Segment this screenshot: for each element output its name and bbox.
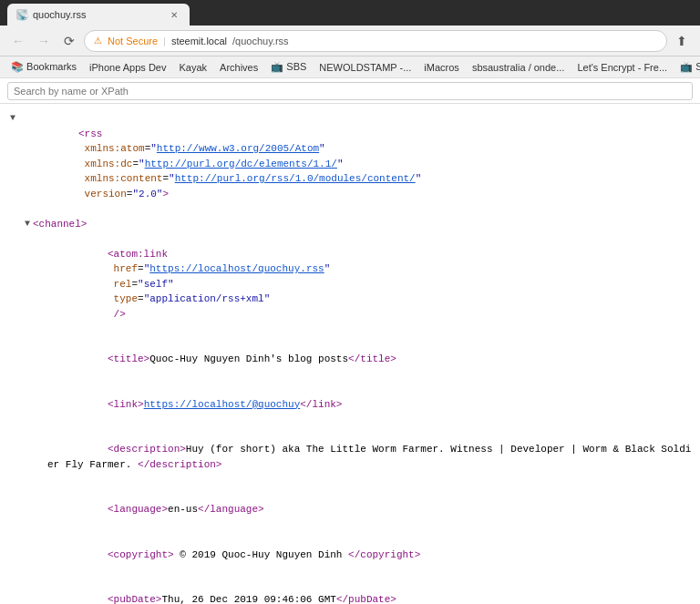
channel-expander[interactable]: ▼ — [22, 217, 33, 230]
share-button[interactable]: ⬆ — [671, 30, 693, 52]
archives-label: Archives — [220, 62, 258, 73]
xmlns-dc-link[interactable]: http://purl.org/dc/elements/1.1/ — [145, 159, 337, 169]
bookmark-sbs[interactable]: 📺 SBS — [265, 58, 312, 77]
content-area[interactable]: ▼ <rss xmlns:atom="http://www.w3.org/200… — [0, 104, 700, 604]
root-expander[interactable]: ▼ — [7, 111, 18, 125]
title-expander — [36, 337, 47, 351]
nav-bar: ← → ⟳ ⚠ Not Secure | steemit.local /quoc… — [0, 26, 700, 56]
bookmark-archives[interactable]: Archives — [214, 58, 263, 77]
search-bar — [0, 78, 700, 104]
bookmark-sbsaustralia[interactable]: sbsaustralia / onde... — [467, 58, 571, 77]
back-button[interactable]: ← — [7, 30, 29, 52]
tab-title: quochuy.rss — [33, 9, 87, 20]
bookmark-bookmarks[interactable]: 📚 Bookmarks — [5, 58, 82, 77]
xmlns-atom-link[interactable]: http://www.w3.org/2005/Atom — [157, 143, 319, 154]
xml-root-line: ▼ <rss xmlns:atom="http://www.w3.org/200… — [7, 111, 693, 217]
letsencrypt-label: Let's Encrypt - Fre... — [577, 62, 667, 73]
description-line: <description>Huy (for short) aka The Lit… — [7, 427, 693, 487]
url-separator: | — [163, 36, 166, 46]
pubdate-line: <pubDate>Thu, 26 Dec 2019 09:46:06 GMT</… — [7, 578, 693, 605]
security-icon: ⚠ — [94, 36, 102, 46]
search-input[interactable] — [7, 82, 693, 100]
reload-button[interactable]: ⟳ — [58, 30, 80, 52]
channel-line: ▼ <channel> — [7, 217, 693, 232]
security-label: Not Secure — [108, 36, 158, 46]
description-expander — [36, 427, 47, 441]
browser-tab[interactable]: 📡 quochuy.rss ✕ — [7, 4, 190, 26]
kayak-label: Kayak — [179, 62, 207, 73]
newoldstamp-label: NEWOLDSTAMP -... — [319, 62, 411, 73]
iphone-apps-label: iPhone Apps Dev — [89, 62, 166, 73]
address-bar[interactable]: ⚠ Not Secure | steemit.local /quochuy.rs… — [84, 30, 667, 52]
bookmark-newoldstamp[interactable]: NEWOLDSTAMP -... — [314, 58, 417, 77]
language-line: <language>en-us</language> — [7, 487, 693, 533]
tab-close-button[interactable]: ✕ — [168, 8, 180, 21]
url-path: /quochuy.rss — [232, 36, 289, 46]
sbs2-label: 📺 SBS In... — [680, 61, 700, 73]
bookmarks-bar: 📚 Bookmarks iPhone Apps Dev Kayak Archiv… — [0, 56, 700, 78]
copyright-expander — [36, 532, 47, 546]
bookmark-imacros[interactable]: iMacros — [418, 58, 465, 77]
copyright-line: <copyright> © 2019 Quoc-Huy Nguyen Dinh … — [7, 532, 693, 578]
xml-content: ▼ <rss xmlns:atom="http://www.w3.org/200… — [0, 107, 700, 604]
xmlns-content-link[interactable]: http://purl.org/rss/1.0/modules/content/ — [175, 173, 416, 184]
link-expander — [36, 382, 47, 395]
atom-link-expander — [36, 231, 47, 245]
url-site: steemit.local — [171, 36, 227, 46]
blog-link[interactable]: https://localhost/@quochuy — [144, 399, 301, 410]
title-line: <title>Quoc-Huy Nguyen Dinh's blog posts… — [7, 337, 693, 383]
language-expander — [36, 487, 47, 501]
bookmark-iphone-apps[interactable]: iPhone Apps Dev — [84, 58, 171, 77]
sbs-label: 📺 SBS — [271, 61, 306, 73]
bookmarks-label: 📚 Bookmarks — [11, 61, 77, 73]
tab-favicon: 📡 — [16, 9, 27, 20]
tab-bar: 📡 quochuy.rss ✕ — [0, 0, 700, 26]
bookmark-kayak[interactable]: Kayak — [173, 58, 212, 77]
imacros-label: iMacros — [424, 62, 459, 73]
link-line: <link>https://localhost/@quochuy</link> — [7, 382, 693, 427]
pubdate-expander — [36, 578, 47, 591]
bookmark-letsencrypt[interactable]: Let's Encrypt - Fre... — [571, 58, 673, 77]
sbsaustralia-label: sbsaustralia / onde... — [472, 62, 565, 73]
atom-link-line: <atom:link href="https://localhost/quoch… — [7, 231, 693, 337]
browser-frame: 📡 quochuy.rss ✕ ← → ⟳ ⚠ Not Secure | ste… — [0, 0, 700, 604]
forward-button[interactable]: → — [33, 30, 55, 52]
atom-href-link[interactable]: https://localhost/quochuy.rss — [149, 263, 324, 274]
bookmark-sbs2[interactable]: 📺 SBS In... — [674, 58, 700, 77]
